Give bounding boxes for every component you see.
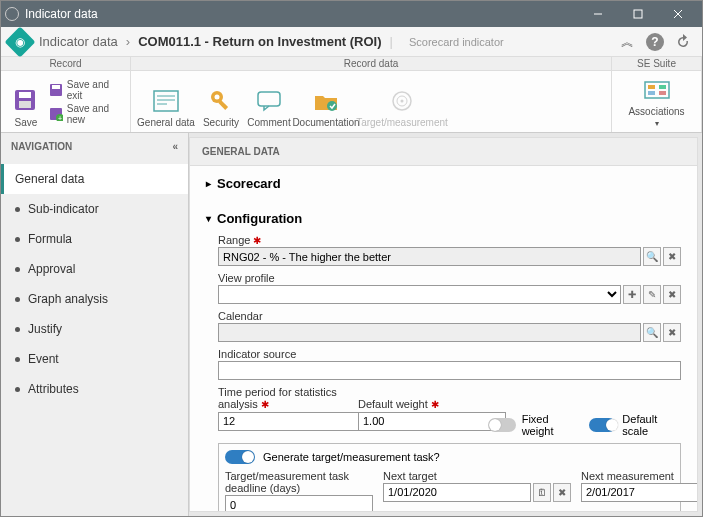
nav-item-attributes[interactable]: Attributes bbox=[1, 374, 188, 404]
save-button[interactable]: Save bbox=[5, 73, 47, 130]
close-button[interactable] bbox=[658, 1, 698, 27]
documentation-button[interactable]: Documentation bbox=[293, 73, 359, 130]
svg-rect-6 bbox=[19, 101, 31, 108]
search-icon: 🔍 bbox=[646, 327, 658, 338]
target-icon bbox=[388, 87, 416, 115]
calendar-label: Calendar bbox=[218, 310, 681, 322]
page-subtitle: Scorecard indicator bbox=[409, 36, 504, 48]
save-icon bbox=[12, 87, 40, 115]
minimize-button[interactable] bbox=[578, 1, 618, 27]
svg-point-17 bbox=[215, 95, 220, 100]
ribbon-group-record: Record bbox=[1, 57, 131, 70]
folder-icon bbox=[312, 87, 340, 115]
default-weight-input[interactable] bbox=[358, 412, 506, 431]
pencil-icon: ✎ bbox=[648, 289, 656, 300]
content-header: GENERAL DATA bbox=[190, 138, 697, 166]
calendar-input[interactable] bbox=[218, 323, 641, 342]
refresh-icon[interactable] bbox=[672, 31, 694, 53]
range-input[interactable] bbox=[218, 247, 641, 266]
collapse-up-icon[interactable]: ︽ bbox=[616, 31, 638, 53]
key-icon bbox=[207, 87, 235, 115]
search-icon: 🔍 bbox=[646, 251, 658, 262]
nav-item-approval[interactable]: Approval bbox=[1, 254, 188, 284]
nav-item-formula[interactable]: Formula bbox=[1, 224, 188, 254]
next-target-label: Next target bbox=[383, 470, 571, 482]
default-scale-toggle[interactable] bbox=[589, 418, 617, 432]
indicator-source-label: Indicator source bbox=[218, 348, 681, 360]
deadline-input[interactable] bbox=[225, 495, 373, 512]
nav-item-graph-analysis[interactable]: Graph analysis bbox=[1, 284, 188, 314]
app-logo: ◉ bbox=[4, 26, 35, 57]
ribbon: Save Save and exit + Save and new Genera… bbox=[1, 71, 702, 133]
maximize-button[interactable] bbox=[618, 1, 658, 27]
view-profile-clear-button[interactable]: ✖ bbox=[663, 285, 681, 304]
clear-icon: ✖ bbox=[668, 289, 676, 300]
breadcrumb-root[interactable]: Indicator data bbox=[39, 34, 118, 49]
svg-rect-12 bbox=[154, 91, 178, 111]
save-new-icon: + bbox=[49, 107, 63, 121]
calendar-search-button[interactable]: 🔍 bbox=[643, 323, 661, 342]
help-icon[interactable]: ? bbox=[646, 33, 664, 51]
svg-rect-26 bbox=[659, 85, 666, 89]
next-measurement-label: Next measurement bbox=[581, 470, 698, 482]
generate-task-toggle[interactable] bbox=[225, 450, 255, 464]
clear-icon: ✖ bbox=[558, 487, 566, 498]
range-search-button[interactable]: 🔍 bbox=[643, 247, 661, 266]
nav-item-event[interactable]: Event bbox=[1, 344, 188, 374]
next-measurement-input[interactable] bbox=[581, 483, 698, 502]
generate-task-label: Generate target/measurement task? bbox=[263, 451, 440, 463]
navigation-panel: NAVIGATION « General data Sub-indicator … bbox=[1, 133, 189, 516]
ribbon-group-record-data: Record data bbox=[131, 57, 612, 70]
view-profile-add-button[interactable]: ✚ bbox=[623, 285, 641, 304]
nav-item-general-data[interactable]: General data bbox=[1, 164, 188, 194]
form-icon bbox=[152, 87, 180, 115]
svg-point-23 bbox=[401, 100, 404, 103]
general-data-button[interactable]: General data bbox=[135, 73, 197, 130]
view-profile-edit-button[interactable]: ✎ bbox=[643, 285, 661, 304]
app-icon bbox=[5, 7, 19, 21]
calendar-clear-button[interactable]: ✖ bbox=[663, 323, 681, 342]
comment-button[interactable]: Comment bbox=[245, 73, 293, 130]
content-area[interactable]: GENERAL DATA ▸ Scorecard ▾ Configuration… bbox=[189, 137, 698, 512]
deadline-label: Target/measurement task deadline (days) bbox=[225, 470, 373, 494]
triangle-down-icon: ▾ bbox=[206, 213, 211, 224]
ribbon-group-se-suite: SE Suite bbox=[612, 57, 702, 70]
next-target-calendar-button[interactable]: 🗓 bbox=[533, 483, 551, 502]
triangle-right-icon: ▸ bbox=[206, 178, 211, 189]
svg-rect-19 bbox=[258, 92, 280, 106]
window-titlebar: Indicator data bbox=[1, 1, 702, 27]
collapse-nav-icon[interactable]: « bbox=[172, 141, 178, 152]
clear-icon: ✖ bbox=[668, 327, 676, 338]
nav-item-justify[interactable]: Justify bbox=[1, 314, 188, 344]
nav-item-sub-indicator[interactable]: Sub-indicator bbox=[1, 194, 188, 224]
save-exit-icon bbox=[49, 83, 63, 97]
default-weight-label: Default weight ✱ bbox=[358, 398, 468, 410]
indicator-source-input[interactable] bbox=[218, 361, 681, 380]
time-period-input[interactable] bbox=[218, 412, 366, 431]
svg-rect-28 bbox=[659, 91, 666, 95]
security-button[interactable]: Security bbox=[197, 73, 245, 130]
clear-icon: ✖ bbox=[668, 251, 676, 262]
next-target-input[interactable] bbox=[383, 483, 531, 502]
fixed-weight-toggle[interactable] bbox=[488, 418, 516, 432]
section-scorecard-toggle[interactable]: ▸ Scorecard bbox=[206, 172, 681, 195]
svg-point-20 bbox=[327, 101, 337, 111]
generate-task-box: Generate target/measurement task? Target… bbox=[218, 443, 681, 513]
view-profile-select[interactable] bbox=[218, 285, 621, 304]
navigation-header: NAVIGATION bbox=[11, 141, 72, 152]
save-and-new-button[interactable]: + Save and new bbox=[49, 103, 126, 125]
svg-text:+: + bbox=[58, 115, 62, 121]
comment-icon bbox=[255, 87, 283, 115]
section-configuration-toggle[interactable]: ▾ Configuration bbox=[206, 207, 681, 230]
fixed-weight-label: Fixed weight bbox=[522, 413, 579, 437]
svg-rect-1 bbox=[634, 10, 642, 18]
plus-icon: ✚ bbox=[628, 289, 636, 300]
associations-icon bbox=[643, 76, 671, 104]
next-target-clear-button[interactable]: ✖ bbox=[553, 483, 571, 502]
range-label: Range ✱ bbox=[218, 234, 681, 246]
associations-button[interactable]: Associations ▾ bbox=[626, 73, 688, 130]
page-title: COM011.1 - Return on Investment (ROI) bbox=[138, 34, 381, 49]
save-and-exit-button[interactable]: Save and exit bbox=[49, 79, 126, 101]
range-clear-button[interactable]: ✖ bbox=[663, 247, 681, 266]
target-measurement-button: Target/measurement bbox=[359, 73, 445, 130]
